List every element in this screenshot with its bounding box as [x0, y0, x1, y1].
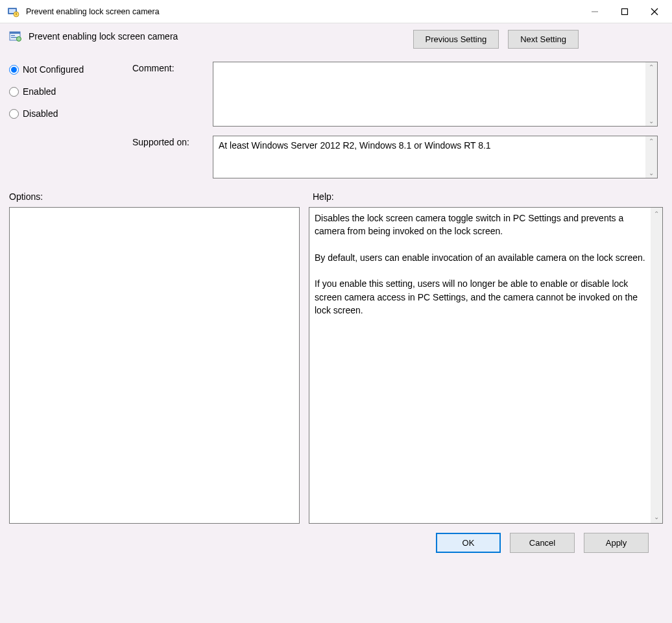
comment-scrollbar[interactable]: ⌃ ⌄ — [645, 62, 657, 126]
supported-field-wrap: At least Windows Server 2012 R2, Windows… — [213, 136, 658, 178]
radio-enabled[interactable]: Enabled — [9, 86, 119, 97]
supported-scrollbar[interactable]: ⌃ ⌄ — [645, 136, 657, 178]
state-radio-group: Not Configured Enabled Disabled — [9, 62, 119, 178]
svg-rect-4 — [16, 14, 17, 15]
options-content — [10, 208, 299, 523]
policy-title: Prevent enabling lock screen camera — [29, 31, 178, 42]
scroll-down-icon: ⌄ — [649, 117, 654, 125]
policy-item-icon — [9, 30, 22, 43]
options-pane — [9, 207, 300, 524]
radio-disabled[interactable]: Disabled — [9, 108, 119, 119]
svg-rect-12 — [11, 37, 17, 38]
radio-enabled-input[interactable] — [9, 87, 19, 97]
svg-rect-10 — [10, 32, 20, 34]
scroll-down-icon: ⌄ — [654, 513, 659, 520]
scroll-up-icon: ⌃ — [654, 210, 659, 217]
cancel-button[interactable]: Cancel — [510, 533, 575, 553]
radio-enabled-label: Enabled — [23, 86, 56, 97]
radio-not-configured[interactable]: Not Configured — [9, 64, 119, 75]
supported-label: Supported on: — [132, 136, 204, 178]
svg-point-13 — [17, 37, 21, 42]
ok-button[interactable]: OK — [436, 533, 501, 553]
previous-setting-button[interactable]: Previous Setting — [413, 30, 499, 49]
svg-rect-6 — [622, 8, 628, 14]
svg-rect-11 — [11, 35, 15, 36]
comment-label: Comment: — [132, 62, 204, 127]
help-pane: Disables the lock screen camera toggle s… — [309, 207, 663, 524]
apply-button[interactable]: Apply — [584, 533, 649, 553]
options-label: Options: — [9, 191, 300, 202]
next-setting-button[interactable]: Next Setting — [508, 30, 579, 49]
scroll-down-icon: ⌄ — [649, 169, 654, 177]
radio-disabled-label: Disabled — [23, 108, 58, 119]
policy-icon — [6, 5, 19, 18]
comment-field-wrap: ⌃ ⌄ — [213, 62, 658, 127]
help-scrollbar[interactable]: ⌃ ⌄ — [651, 208, 662, 523]
titlebar: Prevent enabling lock screen camera — [0, 0, 672, 23]
help-text: Disables the lock screen camera toggle s… — [309, 208, 651, 523]
minimize-button[interactable] — [580, 1, 610, 22]
svg-rect-3 — [16, 13, 17, 14]
window-title: Prevent enabling lock screen camera — [26, 7, 160, 16]
scroll-up-icon: ⌃ — [649, 138, 654, 145]
radio-disabled-input[interactable] — [9, 109, 19, 119]
dialog-footer: OK Cancel Apply — [9, 524, 663, 562]
close-button[interactable] — [640, 1, 669, 22]
maximize-button[interactable] — [610, 1, 640, 22]
comment-input[interactable] — [213, 62, 645, 126]
scroll-up-icon: ⌃ — [649, 64, 654, 71]
help-label: Help: — [313, 191, 334, 202]
supported-on-value: At least Windows Server 2012 R2, Windows… — [213, 136, 645, 178]
radio-not-configured-input[interactable] — [9, 65, 19, 75]
radio-not-configured-label: Not Configured — [23, 64, 84, 75]
